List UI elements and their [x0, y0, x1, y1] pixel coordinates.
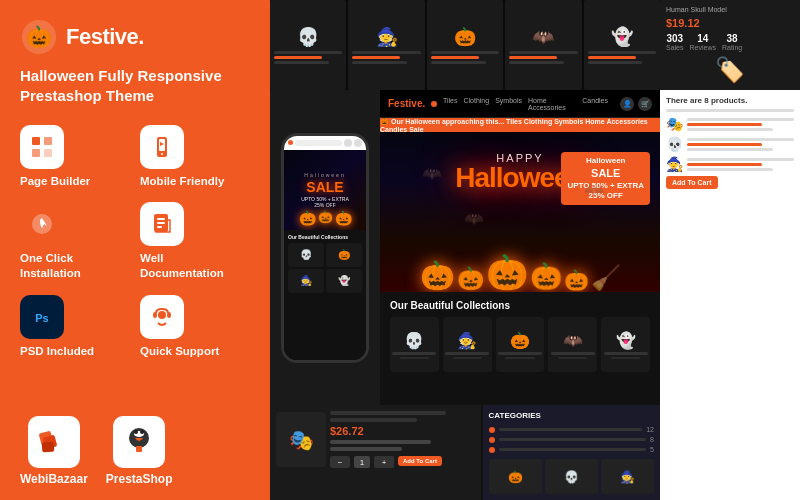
qty-plus[interactable]: +: [374, 456, 394, 468]
feature-support: Quick Support: [140, 295, 250, 359]
product-image-right: 🏷️: [666, 55, 794, 84]
collection-card-1: 💀: [390, 317, 439, 372]
mini-products: 🎃 💀 🧙: [489, 459, 654, 494]
category-row-1: 12: [489, 426, 654, 433]
bottom-logos: WebiBazaar PrestaShop: [20, 416, 250, 486]
documentation-icon: [140, 202, 184, 246]
qty-value: 1: [354, 456, 370, 468]
top-product-5: 👻: [584, 0, 660, 90]
pumpkin-1: 🎃: [420, 259, 455, 292]
nav-logo: Festive.: [388, 98, 425, 109]
stat-rating: 38 Rating: [722, 33, 742, 51]
svg-text:Ps: Ps: [35, 312, 48, 324]
nav-cart-icon: 🛒: [638, 97, 652, 111]
product-detail-image: 🎭: [276, 412, 326, 467]
feature-psd: Ps PSD Included: [20, 295, 130, 359]
feature-mobile-friendly: Mobile Friendly: [140, 125, 250, 189]
psd-icon: Ps: [20, 295, 64, 339]
right-panel: 💀 🧙 🎃: [270, 0, 800, 500]
add-to-cart-button[interactable]: Add To Cart: [398, 456, 442, 466]
nav-user-icon: 👤: [620, 97, 634, 111]
product-emoji-2: 🧙: [376, 26, 398, 48]
far-right-top: Human Skull Model $19.12 303 Sales 14 Re…: [660, 0, 800, 90]
svg-rect-3: [44, 137, 52, 145]
halloween-nav: Festive. Tiles Clothing Symbols Home Acc…: [380, 90, 660, 118]
collections-grid: 💀 🧙 🎃: [390, 317, 650, 372]
bat-decoration-2: 🦇: [584, 180, 604, 199]
phone-nav: [284, 136, 366, 150]
halloween-hero: HAPPY Halloween Halloween SALE UPTO 50% …: [380, 132, 660, 292]
svg-point-24: [134, 430, 138, 434]
product-emoji-5: 👻: [611, 26, 633, 48]
product-lines-5: [588, 51, 656, 64]
top-product-3: 🎃: [427, 0, 503, 90]
main-display-area: Halloween SALE UPTO 50% + EXTRA 25% OFF …: [270, 90, 660, 405]
collection-card-5: 👻: [601, 317, 650, 372]
product-desc-line: [330, 440, 431, 444]
far-right-column: Human Skull Model $19.12 303 Sales 14 Re…: [660, 0, 800, 500]
categories-right-title: There are 8 products.: [666, 96, 794, 105]
svg-rect-11: [157, 218, 165, 220]
feature-page-builder: Page Builder: [20, 125, 130, 189]
product-header: Human Skull Model: [666, 6, 794, 13]
halloween-main-display: Festive. Tiles Clothing Symbols Home Acc…: [380, 90, 660, 405]
logo-row: 🎃 Festive.: [20, 18, 250, 56]
product-price: $26.72: [330, 425, 475, 437]
scarecrow-decoration: 🧹: [591, 264, 621, 292]
fr-product-1: 🎭: [666, 116, 794, 132]
support-icon: [140, 295, 184, 339]
add-to-cart-right-button[interactable]: Add To Cart: [666, 176, 718, 189]
festive-logo-icon: 🎃: [20, 18, 58, 56]
mini-product-1: 🎃: [489, 459, 542, 494]
product-lines-1: [274, 51, 342, 64]
phone-hero: Halloween SALE UPTO 50% + EXTRA 25% OFF …: [284, 150, 366, 230]
svg-text:🎃: 🎃: [26, 24, 53, 50]
product-lines-4: [509, 51, 577, 64]
product-emoji-3: 🎃: [454, 26, 476, 48]
feature-label-psd: PSD Included: [20, 344, 94, 359]
feature-one-click: One Click Installation: [20, 202, 130, 281]
categories-screenshot: CATEGORIES 12 8: [483, 405, 660, 500]
prestashop-logo: PrestaShop: [106, 416, 173, 486]
categories-list: 12 8 5: [489, 426, 654, 453]
svg-rect-13: [157, 226, 162, 228]
pumpkin-4: 🎃: [530, 261, 562, 292]
svg-point-16: [158, 311, 166, 319]
feature-label-page-builder: Page Builder: [20, 174, 90, 189]
qty-minus[interactable]: −: [330, 456, 350, 468]
prestashop-icon: [113, 416, 165, 468]
stat-reviews: 14 Reviews: [690, 33, 716, 51]
features-grid: Page Builder Mobile Friendly: [20, 125, 250, 360]
svg-rect-2: [32, 137, 40, 145]
svg-point-8: [161, 153, 163, 155]
bat-decoration-1: 🦇: [422, 164, 442, 183]
svg-point-25: [140, 430, 144, 434]
webibazaar-icon: [28, 416, 80, 468]
feature-label-support: Quick Support: [140, 344, 219, 359]
collection-card-4: 🦇: [548, 317, 597, 372]
product-lines-2: [352, 51, 420, 64]
phone-mockup: Halloween SALE UPTO 50% + EXTRA 25% OFF …: [281, 133, 369, 363]
svg-rect-5: [44, 149, 52, 157]
categories-title: CATEGORIES: [489, 411, 654, 420]
left-panel: 🎃 Festive. Halloween Fully Responsive Pr…: [0, 0, 270, 500]
product-detail-info: $26.72 − 1 + Add To Cart: [330, 411, 475, 468]
product-list-right: 🎭 💀: [666, 116, 794, 172]
mini-product-2: 💀: [545, 459, 598, 494]
category-row-3: 5: [489, 446, 654, 453]
fr-product-3: 🧙: [666, 156, 794, 172]
webibazaar-logo: WebiBazaar: [20, 416, 88, 486]
category-row-2: 8: [489, 436, 654, 443]
one-click-icon: [20, 202, 64, 246]
product-detail-row: 🎭 $26.72 − 1 + Add To Cart: [276, 411, 475, 468]
collections-title: Our Beautiful Collections: [390, 300, 650, 311]
svg-rect-26: [136, 446, 142, 452]
sale-banner: 🎃 Our Halloween approaching this... Tile…: [380, 118, 660, 132]
mini-product-3: 🧙: [601, 459, 654, 494]
pumpkin-3: 🎃: [486, 252, 528, 292]
feature-label-one-click: One Click Installation: [20, 251, 130, 281]
svg-point-17: [153, 312, 157, 318]
top-products-row: 💀 🧙 🎃: [270, 0, 660, 90]
logo-text: Festive.: [66, 24, 144, 50]
mobile-friendly-icon: [140, 125, 184, 169]
